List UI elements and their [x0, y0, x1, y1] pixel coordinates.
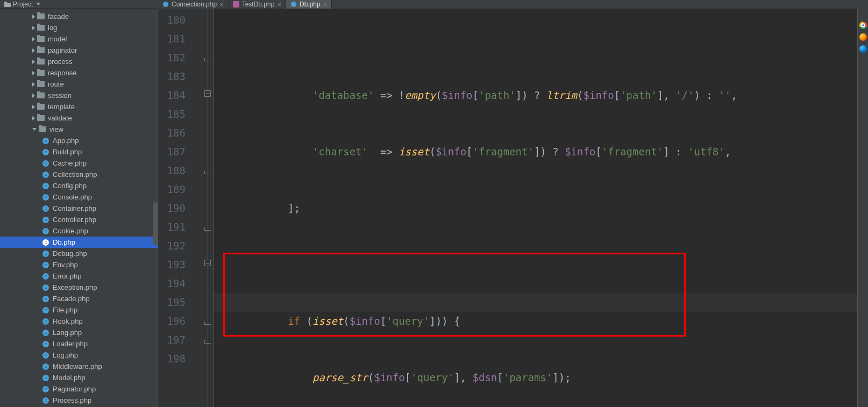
tree-item-label: Controller.php: [53, 214, 96, 225]
line-number[interactable]: 192: [158, 237, 186, 255]
folder-icon: [37, 36, 45, 42]
line-number[interactable]: 198: [158, 349, 186, 368]
svg-rect-1: [4, 2, 7, 3]
code-editor[interactable]: 1801811821831841851861871881891901911921…: [158, 9, 857, 407]
tree-file[interactable]: CLoader.php: [0, 338, 158, 349]
tree-folder[interactable]: facade: [0, 11, 158, 22]
tree-file[interactable]: CDebug.php: [0, 248, 158, 259]
tree-file[interactable]: CContainer.php: [0, 203, 158, 214]
line-number[interactable]: 187: [158, 142, 186, 161]
svg-text:C: C: [45, 309, 47, 312]
scrollbar-thumb[interactable]: [153, 202, 158, 245]
project-tree[interactable]: facadelogmodelpaginatorprocessresponsero…: [0, 9, 158, 407]
tree-item-label: Config.php: [53, 180, 87, 191]
editor-tab[interactable]: Db.php×: [286, 0, 332, 9]
line-number[interactable]: 183: [158, 67, 186, 86]
tree-folder-open[interactable]: view: [0, 124, 158, 135]
php-file-icon: C: [42, 148, 49, 156]
php-file-icon: C: [42, 363, 49, 370]
tree-file[interactable]: CFile.php: [0, 304, 158, 316]
line-number[interactable]: 197: [158, 331, 186, 349]
tree-file[interactable]: CConfig.php: [0, 180, 158, 191]
code-content[interactable]: 'database' => !empty($info['path']) ? lt…: [214, 11, 857, 407]
tree-item-label: Env.php: [53, 259, 78, 270]
line-number[interactable]: 195: [158, 293, 186, 312]
tree-file[interactable]: CController.php: [0, 214, 158, 225]
svg-text:C: C: [45, 139, 47, 142]
svg-text:C: C: [45, 365, 47, 368]
tree-file[interactable]: CFacade.php: [0, 293, 158, 304]
tree-folder[interactable]: log: [0, 22, 158, 33]
tree-file[interactable]: CCookie.php: [0, 225, 158, 237]
line-number[interactable]: 180: [158, 11, 186, 30]
chevron-right-icon: [32, 60, 35, 64]
tree-folder[interactable]: route: [0, 78, 158, 90]
tree-file[interactable]: CError.php: [0, 270, 158, 282]
editor-tab[interactable]: TestDb.php×: [229, 0, 286, 9]
tree-file[interactable]: CLang.php: [0, 327, 158, 338]
close-icon[interactable]: ×: [277, 1, 281, 8]
tree-file[interactable]: CLog.php: [0, 349, 158, 361]
line-number[interactable]: 194: [158, 274, 186, 293]
php-file-icon: C: [42, 284, 49, 291]
tree-file[interactable]: CConsole.php: [0, 191, 158, 203]
svg-text:C: C: [45, 388, 47, 391]
php-file-icon: C: [42, 137, 49, 145]
tree-item-label: Loader.php: [53, 338, 88, 349]
project-tool-window-button[interactable]: Project: [0, 0, 47, 8]
tree-folder[interactable]: paginator: [0, 45, 158, 56]
tree-folder[interactable]: process: [0, 56, 158, 67]
firefox-icon[interactable]: [859, 33, 867, 41]
close-icon[interactable]: ×: [323, 1, 328, 8]
tree-file[interactable]: CCollection.php: [0, 169, 158, 180]
editor-tab[interactable]: Connection.php×: [158, 0, 229, 9]
chevron-down-icon: [36, 3, 40, 5]
line-number[interactable]: 184: [158, 86, 186, 105]
tree-folder[interactable]: template: [0, 101, 158, 112]
line-number[interactable]: 191: [158, 218, 186, 237]
tree-folder[interactable]: validate: [0, 112, 158, 124]
chevron-right-icon: [32, 71, 35, 75]
tree-file[interactable]: CException.php: [0, 282, 158, 293]
tree-item-label: response: [48, 67, 76, 78]
tree-file[interactable]: CEnv.php: [0, 259, 158, 270]
line-number[interactable]: 181: [158, 30, 186, 48]
tree-file[interactable]: CDb.php: [0, 237, 158, 248]
edge-icon[interactable]: [859, 45, 867, 53]
tree-file[interactable]: CModel.php: [0, 372, 158, 383]
tree-folder[interactable]: response: [0, 67, 158, 78]
line-number-gutter[interactable]: 1801811821831841851861871881891901911921…: [158, 9, 202, 407]
chevron-right-icon: [32, 48, 35, 53]
close-icon[interactable]: ×: [219, 1, 224, 8]
line-number[interactable]: 196: [158, 312, 186, 331]
line-number[interactable]: 190: [158, 199, 186, 218]
tree-file[interactable]: CCache.php: [0, 158, 158, 169]
line-number[interactable]: 193: [158, 255, 186, 274]
tree-file[interactable]: CApp.php: [0, 135, 158, 146]
tab-label: TestDb.php: [242, 1, 275, 8]
file-type-icon: [290, 1, 297, 8]
tree-file[interactable]: CHook.php: [0, 316, 158, 327]
svg-text:C: C: [45, 263, 47, 267]
line-number[interactable]: 186: [158, 124, 186, 142]
folder-icon: [37, 70, 45, 76]
tree-file[interactable]: CBuild.php: [0, 146, 158, 158]
line-number[interactable]: 182: [158, 48, 186, 67]
tree-file[interactable]: CProcess.php: [0, 395, 158, 406]
tree-item-label: Container.php: [53, 203, 96, 214]
tree-item-label: Collection.php: [53, 169, 97, 180]
tree-file[interactable]: CPaginator.php: [0, 383, 158, 395]
tree-folder[interactable]: session: [0, 90, 158, 101]
tree-item-label: Db.php: [53, 237, 75, 248]
svg-text:C: C: [45, 207, 47, 210]
svg-text:C: C: [45, 184, 47, 188]
tree-item-label: Facade.php: [53, 293, 90, 304]
tree-folder[interactable]: model: [0, 33, 158, 45]
svg-point-65: [291, 2, 296, 7]
line-number[interactable]: 185: [158, 105, 186, 124]
line-number[interactable]: 189: [158, 180, 186, 199]
fold-column[interactable]: [202, 9, 214, 407]
chrome-icon[interactable]: [859, 22, 867, 29]
line-number[interactable]: 188: [158, 161, 186, 180]
tree-file[interactable]: CMiddleware.php: [0, 361, 158, 372]
